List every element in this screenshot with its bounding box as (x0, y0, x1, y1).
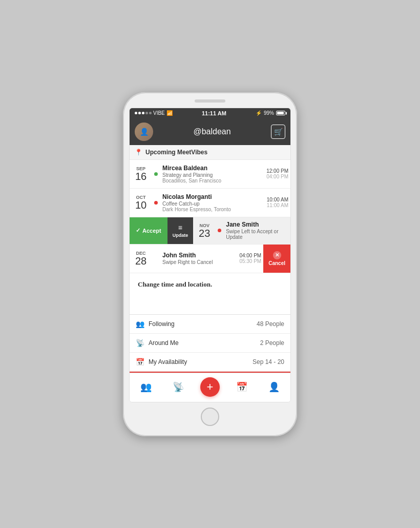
meeting-loc: Bocadillos, San Francisco (162, 178, 261, 184)
meeting-date-col: Oct 10 (130, 189, 152, 217)
meeting-day: 23 (199, 228, 210, 238)
cancel-row[interactable]: DEC 28 John Smith Swipe Right to Cancel … (130, 245, 290, 273)
avatar[interactable]: 👤 (135, 123, 153, 141)
header-username: @baldean (157, 127, 267, 136)
nav-around-icon: 📡 (173, 381, 184, 393)
home-button[interactable] (201, 408, 219, 426)
section-header: 📍 Upcoming MeetVibes (130, 145, 290, 160)
meeting-name: Mircea Baldean (162, 165, 261, 172)
meeting-time-col: 12:00 PM 04:00 PM (264, 160, 290, 188)
check-icon: ✓ (136, 227, 140, 234)
time-end: 04:00 PM (266, 174, 288, 179)
around-icon: 📡 (136, 339, 144, 347)
bottom-nav: 👥 📡 + 📅 👤 (130, 373, 290, 402)
meeting-desc: Strategy and Planning (162, 172, 261, 178)
swipe-meeting-info: NOV 23 Jane Smith Swipe Left to Accept o… (193, 217, 290, 244)
update-label: Update (173, 233, 188, 238)
stats-row-availability[interactable]: 📅 My Availability Sep 14 - 20 (130, 353, 290, 372)
nav-following[interactable]: 👥 (135, 379, 157, 395)
meeting-loc: Dark Horse Espresso, Toronto (162, 207, 261, 212)
time-start: 12:00 PM (266, 168, 288, 174)
meeting-name: John Smith (162, 252, 234, 259)
stats-left: 📡 Around Me (136, 339, 179, 347)
dot4 (145, 112, 148, 114)
meeting-desc: Swipe Right to Cancel (162, 259, 234, 265)
cart-button[interactable]: 🛒 (271, 125, 285, 139)
meeting-month: NOV (199, 223, 209, 228)
availability-label: My Availability (149, 358, 187, 365)
meeting-status-col (216, 217, 223, 244)
status-dot (154, 172, 158, 176)
meeting-status-col (152, 245, 159, 273)
meeting-desc: Coffee Catch-up (162, 201, 261, 207)
meeting-info: Jane Smith Swipe Left to Accept or Updat… (223, 217, 290, 244)
swipe-action-row[interactable]: ✓ Accept ≡ Update NOV 23 Jane Smith Swip… (130, 217, 290, 245)
following-value: 48 People (257, 320, 284, 328)
status-dot (218, 229, 221, 232)
phone-frame: VIBE 📶 11:11 AM ⚡ 99% 👤 @baldean 🛒 📍 U (123, 92, 297, 436)
bluetooth-icon: ⚡ (256, 110, 262, 116)
meeting-info: John Smith Swipe Right to Cancel (159, 245, 237, 273)
accept-button[interactable]: ✓ Accept (130, 217, 167, 244)
nav-around[interactable]: 📡 (167, 379, 189, 395)
calendar-icon: 📅 (136, 358, 144, 366)
time-end: 11:00 AM (267, 202, 288, 208)
accept-label: Accept (142, 228, 161, 234)
plus-icon: + (207, 380, 214, 394)
stats-row-around[interactable]: 📡 Around Me 2 People (130, 334, 290, 353)
meeting-status-col (152, 160, 159, 188)
status-bar: VIBE 📶 11:11 AM ⚡ 99% (130, 108, 290, 118)
time-start: 10:00 AM (267, 197, 288, 202)
dot5 (149, 112, 152, 114)
meeting-time-col: 10:00 AM 11:00 AM (264, 189, 290, 217)
following-label: Following (149, 320, 175, 328)
section-title: Upcoming MeetVibes (145, 149, 207, 156)
meeting-name: Nicolas Morganti (162, 193, 261, 200)
update-button[interactable]: ≡ Update (167, 217, 194, 244)
meeting-day: 16 (135, 171, 146, 181)
meeting-date-col: NOV 23 (193, 217, 216, 244)
stats-left: 📅 My Availability (136, 358, 187, 366)
meeting-info: Mircea Baldean Strategy and Planning Boc… (159, 160, 264, 188)
meeting-row[interactable]: SEP 16 Mircea Baldean Strategy and Plann… (130, 160, 290, 189)
wifi-icon: 📶 (166, 110, 173, 116)
meeting-date-col: SEP 16 (130, 160, 152, 188)
phone-screen: VIBE 📶 11:11 AM ⚡ 99% 👤 @baldean 🛒 📍 U (129, 108, 291, 402)
meeting-desc: Swipe Left to Accept or Update (226, 229, 287, 240)
battery-percent: 99% (264, 110, 274, 116)
stats-left: 👥 Following (136, 320, 175, 328)
around-value: 2 People (260, 339, 284, 347)
meeting-row[interactable]: Oct 10 Nicolas Morganti Coffee Catch-up … (130, 189, 290, 217)
dot2 (138, 112, 141, 114)
phone-speaker (195, 99, 225, 103)
status-dot (154, 201, 158, 205)
following-icon: 👥 (136, 320, 144, 328)
around-label: Around Me (149, 339, 179, 347)
nav-following-icon: 👥 (140, 381, 152, 393)
cancel-button[interactable]: ✕ Cancel (263, 245, 290, 273)
stats-section: 👥 Following 48 People 📡 Around Me 2 Peop… (130, 314, 290, 372)
app-header: 👤 @baldean 🛒 (130, 118, 290, 145)
battery-icon (276, 111, 285, 115)
meeting-date-col: DEC 28 (130, 245, 152, 273)
annotation-area: Change time and location. (130, 273, 290, 314)
meeting-status-col (152, 189, 159, 217)
availability-value: Sep 14 - 20 (253, 358, 284, 365)
stats-row-following[interactable]: 👥 Following 48 People (130, 315, 290, 334)
signal-dots (135, 112, 152, 114)
nav-calendar[interactable]: 📅 (231, 379, 253, 395)
dot3 (142, 112, 144, 114)
status-time: 11:11 AM (202, 110, 226, 116)
meeting-name: Jane Smith (226, 221, 287, 228)
cancel-label: Cancel (268, 260, 285, 266)
meeting-day: 10 (135, 200, 146, 210)
nav-profile[interactable]: 👤 (263, 379, 285, 395)
nav-calendar-icon: 📅 (236, 381, 247, 393)
annotation-text: Change time and location. (138, 280, 212, 289)
nav-profile-icon: 👤 (268, 381, 280, 393)
battery-fill (277, 112, 284, 114)
status-right: ⚡ 99% (256, 110, 285, 116)
meeting-time-col: 04:00 PM 05:30 PM (237, 245, 263, 273)
nav-add-button[interactable]: + (200, 377, 220, 397)
dot1 (135, 112, 137, 114)
